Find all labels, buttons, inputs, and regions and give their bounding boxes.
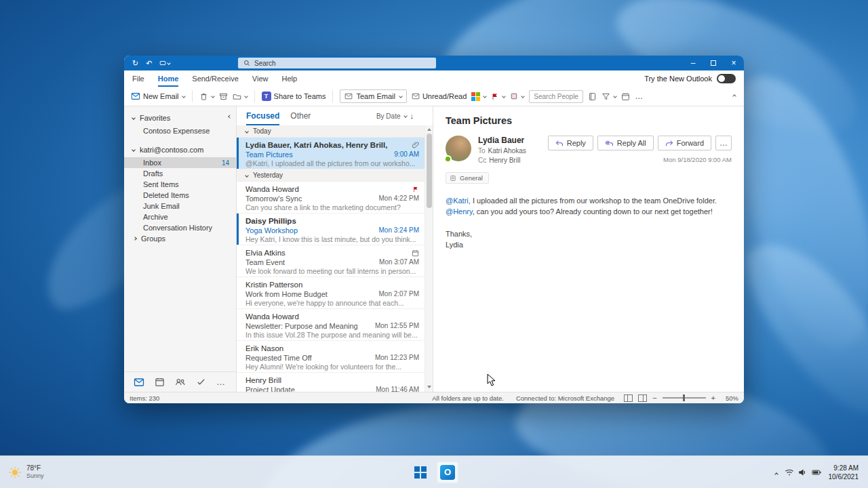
search-input[interactable]: Search <box>238 58 436 68</box>
message-list-scrollbar[interactable] <box>425 125 433 392</box>
message-row[interactable]: Kristin Patterson Work from Home BudgetM… <box>237 277 425 309</box>
filter-email-button[interactable] <box>601 92 616 101</box>
mail-module-icon[interactable] <box>134 377 144 388</box>
menu-view[interactable]: View <box>252 70 269 87</box>
archive-button[interactable] <box>219 92 228 101</box>
taskbar-outlook-button[interactable]: O <box>437 462 458 483</box>
message-row[interactable]: Wanda Howard Tomorrow's SyncMon 4:22 PM … <box>237 182 425 214</box>
weather-widget[interactable]: 78°F Sunny <box>0 464 44 481</box>
zoom-slider[interactable] <box>663 397 706 399</box>
folder-junk-email[interactable]: Junk Email <box>124 201 236 211</box>
zoom-out-button[interactable]: − <box>652 394 656 402</box>
reading-pane-layout-icon[interactable] <box>624 394 633 402</box>
address-book-button[interactable] <box>588 92 597 101</box>
group-header-yesterday[interactable]: Yesterday <box>237 169 425 182</box>
battery-icon[interactable] <box>812 469 822 476</box>
close-button[interactable]: × <box>724 56 744 70</box>
reply-button[interactable]: Reply <box>548 136 593 150</box>
mention-henry[interactable]: @Henry <box>446 207 473 216</box>
wifi-icon[interactable] <box>785 468 794 476</box>
scrollbar-thumb[interactable] <box>427 134 432 208</box>
message-row[interactable]: Daisy Phillips Yoga WorkshopMon 3:24 PM … <box>237 214 425 245</box>
flag-icon[interactable] <box>412 186 419 193</box>
message-row[interactable]: Wanda Howard Newsletter: Purpose and Mea… <box>237 309 425 341</box>
collapse-folder-pane-button[interactable] <box>229 111 231 119</box>
scroll-down-icon[interactable] <box>427 386 431 388</box>
tab-focused[interactable]: Focused <box>246 106 279 125</box>
folder-archive[interactable]: Archive <box>124 211 236 222</box>
message-row[interactable]: Henry Brill Project UpdateMon 11:46 AM <box>237 373 425 392</box>
sender-name[interactable]: Lydia Bauer <box>478 136 526 145</box>
calendar-module-icon[interactable] <box>155 377 165 387</box>
sort-by-date-button[interactable]: By Date ↓ <box>376 112 423 120</box>
group-header-today[interactable]: Today <box>237 125 425 138</box>
favorite-contoso-expensese[interactable]: Contoso Expensese <box>124 125 236 136</box>
folder-conversation-history[interactable]: Conversation History <box>124 222 236 233</box>
folder-drafts[interactable]: Drafts <box>124 168 236 179</box>
categorize-icon <box>510 92 518 100</box>
move-button[interactable] <box>233 92 248 101</box>
zoom-in-button[interactable]: + <box>711 394 715 402</box>
unread-read-button[interactable]: Unread/Read <box>412 92 467 100</box>
zoom-level[interactable]: 50% <box>721 394 738 402</box>
quick-step-team-email[interactable]: Team Email <box>340 89 406 103</box>
sensitivity-label[interactable]: General <box>446 172 489 184</box>
message-row[interactable]: Lydia Bauer, Katri Ahokas, Henry Brill, … <box>237 138 425 169</box>
reading-pane-bottom-icon[interactable] <box>638 394 647 402</box>
folder-inbox[interactable]: Inbox 14 <box>124 157 236 168</box>
ribbon-overflow-button[interactable]: … <box>635 92 643 101</box>
categorize-button[interactable] <box>510 92 524 100</box>
folder-groups[interactable]: Groups <box>124 233 236 244</box>
send-receive-icon[interactable]: ↻ <box>132 59 138 68</box>
to-recipient[interactable]: Katri Ahokas <box>488 147 526 155</box>
minimize-button[interactable]: – <box>683 56 703 70</box>
search-people-input[interactable]: Search People <box>529 90 583 103</box>
menu-file[interactable]: File <box>132 70 144 87</box>
tasks-module-icon[interactable] <box>196 377 206 387</box>
folder-sent-items[interactable]: Sent Items <box>124 179 236 190</box>
tray-overflow-button[interactable] <box>775 466 778 479</box>
delete-button[interactable] <box>199 92 214 101</box>
message-more-actions-button[interactable]: … <box>715 136 732 150</box>
tab-other[interactable]: Other <box>290 106 311 125</box>
more-modules-button[interactable]: … <box>216 377 225 387</box>
follow-up-button[interactable] <box>491 92 505 101</box>
message-from: Lydia Bauer, Katri Ahokas, Henry Brill, <box>245 141 410 149</box>
message-preview: Can you share a link to the marketing do… <box>245 203 419 212</box>
undo-icon[interactable]: ↶ <box>146 59 152 68</box>
new-email-button[interactable]: New Email <box>131 92 185 101</box>
maximize-button[interactable] <box>703 56 724 70</box>
collapse-ribbon-button[interactable] <box>733 95 737 98</box>
weather-temp: 78°F <box>26 464 44 473</box>
sort-direction-icon[interactable]: ↓ <box>410 112 414 120</box>
message-time: Mon 3:07 AM <box>379 258 419 266</box>
message-row[interactable]: Erik Nason Requested Time OffMon 12:23 P… <box>237 341 425 373</box>
volume-icon[interactable] <box>798 468 808 476</box>
sender-avatar[interactable] <box>446 136 471 161</box>
message-row[interactable]: Elvia Atkins Team EventMon 3:07 AM We lo… <box>237 245 425 277</box>
share-to-teams-button[interactable]: T Share to Teams <box>262 92 326 101</box>
people-module-icon[interactable] <box>175 377 186 387</box>
new-outlook-toggle[interactable] <box>717 74 736 83</box>
meeting-button[interactable] <box>621 92 630 101</box>
account-header[interactable]: katri@contoso.com <box>124 142 236 157</box>
forward-button[interactable]: Forward <box>658 136 711 150</box>
start-button[interactable] <box>410 462 431 483</box>
zoom-slider-thumb[interactable] <box>683 394 685 401</box>
folder-deleted-items[interactable]: Deleted Items <box>124 190 236 201</box>
clock[interactable]: 9:28 AM 10/6/2021 <box>829 464 859 481</box>
quick-steps-gallery-button[interactable] <box>471 92 486 101</box>
menu-home[interactable]: Home <box>158 70 179 87</box>
reply-icon <box>555 140 564 147</box>
menu-send-receive[interactable]: Send/Receive <box>192 70 239 87</box>
forward-label: Forward <box>677 139 704 147</box>
favorites-label: Favorites <box>140 114 170 122</box>
favorites-header[interactable]: Favorites <box>124 110 236 125</box>
menu-help[interactable]: Help <box>281 70 297 87</box>
scroll-up-icon[interactable] <box>427 128 431 131</box>
reply-all-button[interactable]: Reply All <box>597 136 654 150</box>
qat-customize-icon[interactable] <box>159 60 170 66</box>
mention-katri[interactable]: @Katri, <box>446 197 471 205</box>
cc-recipient[interactable]: Henry Brill <box>489 157 520 164</box>
message-time: Mon 12:55 PM <box>375 322 419 329</box>
